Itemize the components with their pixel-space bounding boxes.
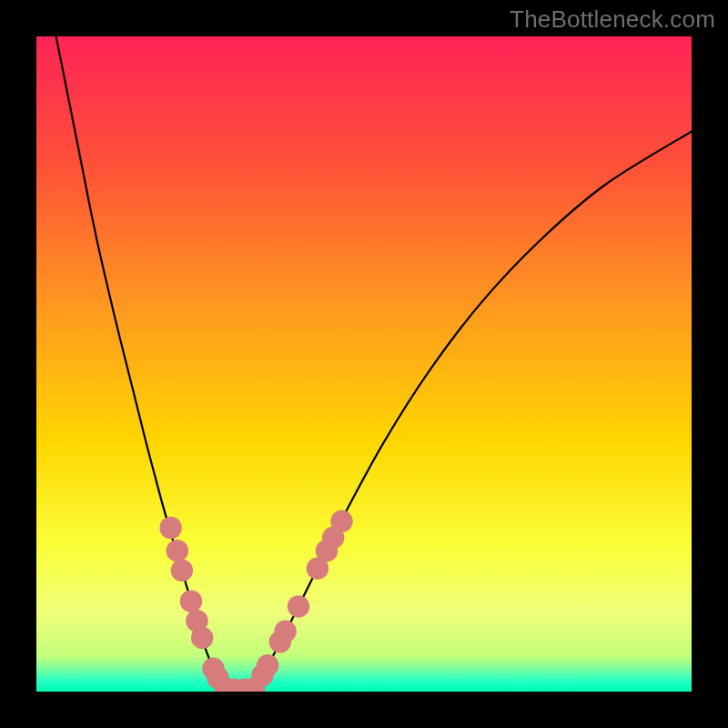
data-marker xyxy=(180,590,202,612)
data-marker xyxy=(288,595,309,617)
data-marker xyxy=(274,621,296,642)
data-marker xyxy=(171,560,193,581)
watermark-label: TheBottleneck.com xyxy=(510,5,715,34)
plot-area xyxy=(36,36,692,692)
chart-frame: TheBottleneck.com xyxy=(0,0,728,728)
curve-layer xyxy=(36,36,692,692)
data-marker xyxy=(167,540,188,561)
data-marker xyxy=(191,627,213,649)
data-marker xyxy=(257,654,278,676)
data-markers xyxy=(159,511,352,692)
bottleneck-curve xyxy=(56,36,692,691)
data-marker xyxy=(330,511,352,532)
data-marker xyxy=(159,517,181,539)
